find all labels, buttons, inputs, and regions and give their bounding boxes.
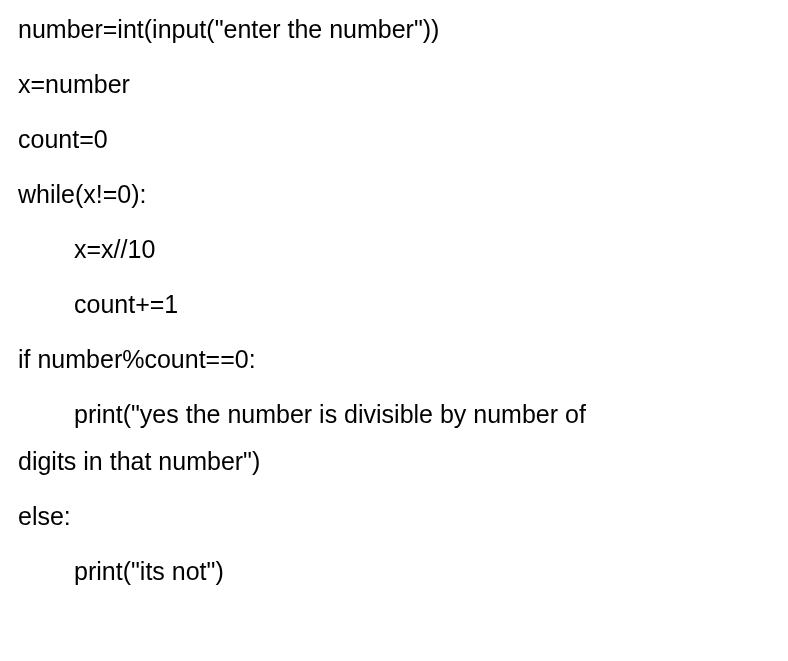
code-line-5: x=x//10 <box>18 232 770 267</box>
code-line-6: count+=1 <box>18 287 770 322</box>
code-line-8b: digits in that number") <box>18 444 770 479</box>
code-line-3: count=0 <box>18 122 770 157</box>
code-line-2: x=number <box>18 67 770 102</box>
code-line-4: while(x!=0): <box>18 177 770 212</box>
code-line-10: print("its not") <box>18 554 770 589</box>
code-line-1: number=int(input("enter the number")) <box>18 12 770 47</box>
code-line-7: if number%count==0: <box>18 342 770 377</box>
code-line-9: else: <box>18 499 770 534</box>
code-line-8: print("yes the number is divisible by nu… <box>18 397 770 432</box>
